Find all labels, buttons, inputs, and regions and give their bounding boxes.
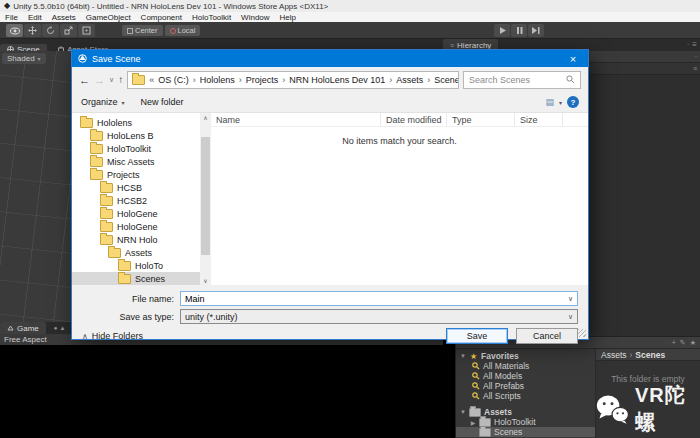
- tree-item[interactable]: HoloGene: [72, 207, 200, 220]
- organize-button[interactable]: Organize ▾: [81, 97, 125, 107]
- create-icon[interactable]: +: [672, 339, 676, 346]
- save-button[interactable]: Save: [446, 328, 508, 344]
- panel-menu-icon[interactable]: ≡: [692, 40, 697, 49]
- tree-item[interactable]: Hololens: [72, 116, 200, 129]
- menu-window[interactable]: Window: [236, 13, 274, 22]
- file-name-input[interactable]: [185, 293, 568, 305]
- crumb-projects[interactable]: Projects: [246, 75, 279, 85]
- menu-assets[interactable]: Assets: [47, 13, 81, 22]
- menu-holotoolkit[interactable]: HoloToolkit: [187, 13, 236, 22]
- favorite-all-scripts[interactable]: All Scripts: [456, 391, 595, 401]
- tree-item[interactable]: HoloToolkit: [72, 142, 200, 155]
- view-mode-icon[interactable]: ▤: [545, 97, 554, 107]
- back-button[interactable]: ←: [79, 74, 90, 86]
- tree-scrollbar[interactable]: ∧ ∨: [200, 113, 211, 285]
- tree-item-selected[interactable]: Scenes: [72, 272, 200, 285]
- chevron-down-icon[interactable]: ∨: [568, 295, 573, 303]
- assets-holotoolkit[interactable]: ▶ HoloToolkit: [456, 417, 595, 427]
- favorite-icon[interactable]: ★: [690, 339, 696, 347]
- path-segment[interactable]: Assets: [601, 350, 627, 360]
- rotate-tool-button[interactable]: [42, 24, 59, 37]
- help-button[interactable]: ?: [567, 96, 579, 108]
- local-toggle-button[interactable]: Local: [165, 25, 201, 36]
- favorites-section[interactable]: ▼ ★ Favorites: [456, 351, 595, 361]
- caret-down-icon: ▾: [122, 99, 125, 106]
- address-bar[interactable]: « OS (C:) › Hololens › Projects › NRN Ho…: [127, 71, 459, 89]
- scroll-down-icon[interactable]: ∨: [200, 277, 211, 284]
- expand-open-icon[interactable]: ▼: [460, 409, 466, 415]
- crumb-assets[interactable]: Assets: [396, 75, 423, 85]
- center-toggle-button[interactable]: Center: [122, 25, 163, 36]
- crumb-os[interactable]: OS (C:): [158, 75, 189, 85]
- scrollbar-thumb[interactable]: [201, 137, 210, 255]
- screen: ◆ Unity 5.5.0b10 (64bit) - Untitled - NR…: [0, 0, 700, 438]
- assets-root[interactable]: ▼ Assets: [456, 407, 595, 417]
- hide-folders-button[interactable]: ∧ Hide Folders: [82, 331, 143, 341]
- recent-locations-icon[interactable]: ∨: [109, 76, 114, 84]
- crumb-prefix: «: [148, 75, 155, 85]
- favorite-all-materials[interactable]: All Materials: [456, 361, 595, 371]
- dialog-titlebar[interactable]: Save Scene ×: [72, 50, 588, 67]
- folder-icon: [90, 131, 103, 141]
- column-size[interactable]: Size: [515, 113, 563, 126]
- tree-item[interactable]: HCSB2: [72, 194, 200, 207]
- tree-item[interactable]: Projects: [72, 168, 200, 181]
- step-button[interactable]: [528, 24, 544, 37]
- shading-mode-dropdown[interactable]: Shaded ▾: [2, 53, 46, 64]
- close-icon[interactable]: ×: [558, 50, 588, 67]
- tree-item-label: HoloLens B: [107, 131, 154, 141]
- dialog-nav-row: ← → ∨ ↑ « OS (C:) › Hololens › Projects …: [72, 67, 588, 92]
- column-type[interactable]: Type: [447, 113, 515, 126]
- view-mode-caret-icon[interactable]: ▾: [559, 99, 562, 106]
- tree-item[interactable]: HoloLens B: [72, 129, 200, 142]
- scale-tool-button[interactable]: [60, 24, 77, 37]
- folder-icon: [100, 235, 113, 245]
- hand-tool-button[interactable]: [6, 24, 23, 37]
- menu-edit[interactable]: Edit: [23, 13, 47, 22]
- chevron-down-icon[interactable]: ∨: [568, 313, 573, 321]
- hierarchy-options-icon[interactable]: ≡: [693, 65, 697, 72]
- tree-item[interactable]: HCSB: [72, 181, 200, 194]
- rect-tool-button[interactable]: [78, 24, 95, 37]
- tree-item[interactable]: HoloGene: [72, 220, 200, 233]
- new-folder-button[interactable]: New folder: [141, 97, 184, 107]
- menu-gameobject[interactable]: GameObject: [81, 13, 136, 22]
- file-name-combo[interactable]: ∨: [180, 291, 578, 306]
- edit-icon[interactable]: ✎: [680, 339, 686, 347]
- forward-button[interactable]: →: [94, 74, 105, 86]
- pause-button[interactable]: [511, 24, 527, 37]
- column-name[interactable]: Name: [211, 113, 381, 126]
- scroll-up-icon[interactable]: ∧: [200, 114, 211, 121]
- search-box[interactable]: Search Scenes: [463, 71, 581, 89]
- tree-item[interactable]: HoloTo: [72, 259, 200, 272]
- expand-open-icon[interactable]: ▼: [460, 353, 466, 359]
- resize-grip[interactable]: [578, 329, 586, 337]
- lock-icon[interactable]: ·: [687, 40, 690, 49]
- tree-item[interactable]: Assets: [72, 246, 200, 259]
- expand-closed-icon[interactable]: ▶: [470, 419, 476, 426]
- favorite-all-models[interactable]: All Models: [456, 371, 595, 381]
- search-placeholder: Search Scenes: [469, 75, 530, 85]
- favorite-all-prefabs[interactable]: All Prefabs: [456, 381, 595, 391]
- game-tab-icon: [7, 325, 14, 332]
- save-type-combo[interactable]: unity (*.unity) ∨: [180, 309, 578, 324]
- tree-item[interactable]: NRN Holo: [72, 233, 200, 246]
- crumb-hololens[interactable]: Hololens: [200, 75, 235, 85]
- move-tool-button[interactable]: [24, 24, 41, 37]
- menu-component[interactable]: Component: [136, 13, 187, 22]
- folder-icon: [108, 248, 121, 258]
- unity-menubar: File Edit Assets GameObject Component Ho…: [0, 12, 700, 22]
- menu-file[interactable]: File: [0, 13, 23, 22]
- play-button[interactable]: [494, 24, 510, 37]
- cancel-button[interactable]: Cancel: [516, 328, 578, 344]
- tree-item[interactable]: Misc Assets: [72, 155, 200, 168]
- crumb-project-name[interactable]: NRN HoloLens Dev 101: [289, 75, 385, 85]
- search-filter-icon: [472, 392, 480, 400]
- column-date-modified[interactable]: Date modified: [381, 113, 447, 126]
- menu-help[interactable]: Help: [275, 13, 301, 22]
- crumb-scenes[interactable]: Scenes: [434, 75, 459, 85]
- up-button[interactable]: ↑: [118, 74, 123, 85]
- tab-game[interactable]: Game: [0, 322, 46, 334]
- hierarchy-search-icon[interactable]: ·: [695, 53, 697, 60]
- assets-scenes[interactable]: Scenes: [456, 427, 595, 437]
